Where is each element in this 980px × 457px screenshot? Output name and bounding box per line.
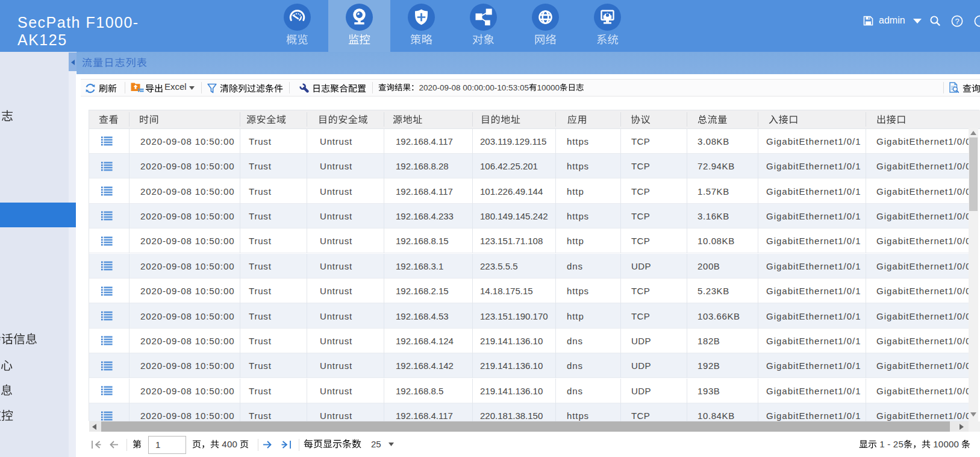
svg-text:?: ? — [955, 17, 959, 26]
